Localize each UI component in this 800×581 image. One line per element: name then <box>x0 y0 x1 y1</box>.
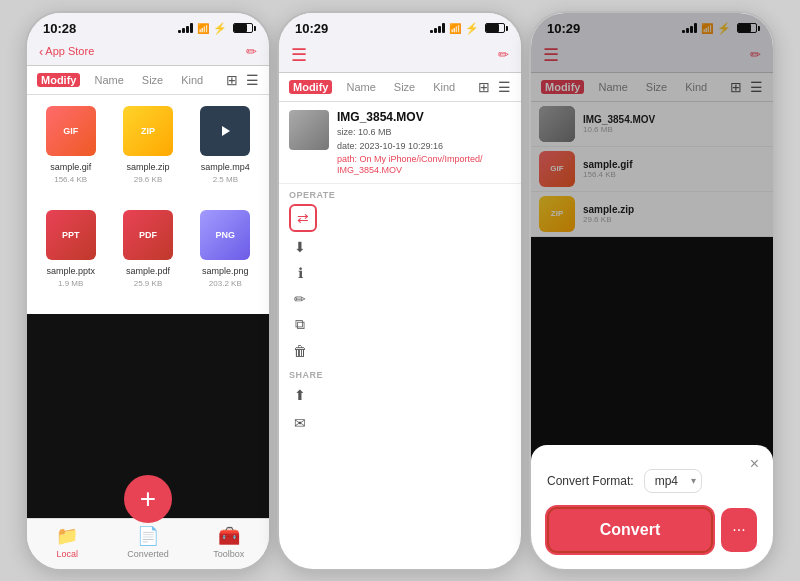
file-size-mp4: 2.5 MB <box>213 175 238 184</box>
edit-icon-2[interactable]: ✏ <box>498 47 509 62</box>
operate-section: OPERATE ⇄ ⬇ ℹ ✏ <box>279 184 521 366</box>
file-size-pdf: 25.9 KB <box>134 279 162 288</box>
flash-icon-2: ⚡ <box>465 22 479 35</box>
mp4-file-icon <box>200 106 250 156</box>
op-row-download: ⬇ <box>289 236 511 258</box>
toolbar-2: Modify Name Size Kind ⊞ ☰ <box>279 73 521 102</box>
more-dots-icon: ··· <box>732 521 745 539</box>
signal-icon-2 <box>430 23 445 33</box>
converted-tab-label: Converted <box>127 549 169 559</box>
nav-back-label: App Store <box>45 45 94 57</box>
file-item-png[interactable]: PNG sample.png 203.2 KB <box>190 207 261 306</box>
tab-size-1[interactable]: Size <box>138 73 167 87</box>
convert-icon[interactable]: ⇄ <box>289 204 317 232</box>
time-2: 10:29 <box>295 21 328 36</box>
grid-view-icon[interactable]: ⊞ <box>226 72 238 88</box>
convert-button[interactable]: Convert <box>547 507 713 553</box>
tab-kind-1[interactable]: Kind <box>177 73 207 87</box>
back-button-1[interactable]: ‹ App Store <box>39 44 94 59</box>
plus-icon-1: + <box>140 483 156 515</box>
convert-more-button[interactable]: ··· <box>721 508 757 552</box>
format-select[interactable]: mp4 mov avi mkv <box>644 469 702 493</box>
tab-size-2[interactable]: Size <box>390 80 419 94</box>
wifi-icon-2: 📶 <box>449 23 461 34</box>
ops-icon-list: ⇄ ⬇ ℹ ✏ ⧉ 🗑 <box>289 204 511 362</box>
toolbox-tab-icon: 🧰 <box>218 525 240 547</box>
phone-screen-2: 10:29 📶 ⚡ ☰ ✏ Modify Name <box>277 11 523 571</box>
file-item-zip[interactable]: ZIP sample.zip 29.6 KB <box>112 103 183 202</box>
file-detail-path2: IMG_3854.MOV <box>337 165 511 175</box>
file-name-zip: sample.zip <box>126 162 169 172</box>
format-label: Convert Format: <box>547 474 634 488</box>
file-item-pptx[interactable]: PPT sample.pptx 1.9 MB <box>35 207 106 306</box>
battery-2 <box>485 23 505 33</box>
plus-button-container-1: + <box>126 477 170 521</box>
file-name-pptx: sample.pptx <box>46 266 95 276</box>
signal-icon <box>178 23 193 33</box>
file-size-gif: 156.4 KB <box>54 175 87 184</box>
file-name-png: sample.png <box>202 266 249 276</box>
tab-modify-1[interactable]: Modify <box>37 73 80 87</box>
file-item-gif[interactable]: GIF sample.gif 156.4 KB <box>35 103 106 202</box>
toolbar-tabs-2: Modify Name Size Kind <box>289 80 466 94</box>
battery <box>233 23 253 33</box>
local-tab-label: Local <box>57 549 79 559</box>
toolbar-1: Modify Name Size Kind ⊞ ☰ <box>27 66 269 95</box>
toolbar-icons-1: ⊞ ☰ <box>226 72 259 88</box>
op-row-delete: 🗑 <box>289 340 511 362</box>
nav-bar-1: ‹ App Store ✏ <box>27 40 269 66</box>
convert-modal-overlay: × Convert Format: mp4 mov avi mkv ▾ C <box>531 13 773 569</box>
status-bar-2: 10:29 📶 ⚡ <box>279 13 521 40</box>
toolbar-tabs-1: Modify Name Size Kind <box>37 73 214 87</box>
png-file-icon: PNG <box>200 210 250 260</box>
convert-symbol: ⇄ <box>297 210 309 226</box>
file-grid-1: GIF sample.gif 156.4 KB ZIP sample.zip 2… <box>27 95 269 315</box>
tab-name-1[interactable]: Name <box>90 73 127 87</box>
toolbar-icons-2: ⊞ ☰ <box>478 79 511 95</box>
menu-icon-2[interactable]: ☰ <box>498 79 511 95</box>
file-detail-name: IMG_3854.MOV <box>337 110 511 124</box>
wifi-icon: 📶 <box>197 23 209 34</box>
file-detail-panel: IMG_3854.MOV size: 10.6 MB date: 2023-10… <box>279 102 521 184</box>
mail-icon[interactable]: ✉ <box>289 412 311 434</box>
tab-toolbox-1[interactable]: 🧰 Toolbox <box>188 525 269 559</box>
add-file-button-1[interactable]: + <box>126 477 170 521</box>
file-thumbnail <box>289 110 329 150</box>
download-icon[interactable]: ⬇ <box>289 236 311 258</box>
file-detail-path: path: On My iPhone/iConv/Imported/ <box>337 154 511 164</box>
file-name-pdf: sample.pdf <box>126 266 170 276</box>
op-row-crop: ⧉ <box>289 314 511 336</box>
file-size-zip: 29.6 KB <box>134 175 162 184</box>
menu-icon[interactable]: ☰ <box>246 72 259 88</box>
status-icons-2: 📶 ⚡ <box>430 22 505 35</box>
zip-file-icon: ZIP <box>123 106 173 156</box>
file-name-gif: sample.gif <box>50 162 91 172</box>
hamburger-icon-2[interactable]: ☰ <box>291 44 307 66</box>
grid-view-icon-2[interactable]: ⊞ <box>478 79 490 95</box>
edit-op-icon[interactable]: ✏ <box>289 288 311 310</box>
convert-btn-row: Convert ··· <box>547 507 757 553</box>
crop-icon[interactable]: ⧉ <box>289 314 311 336</box>
file-detail-size: size: 10.6 MB <box>337 126 511 139</box>
tab-name-2[interactable]: Name <box>342 80 379 94</box>
file-item-mp4[interactable]: sample.mp4 2.5 MB <box>190 103 261 202</box>
tab-converted-1[interactable]: 📄 Converted <box>108 525 189 559</box>
file-item-pdf[interactable]: PDF sample.pdf 25.9 KB <box>112 207 183 306</box>
info-icon[interactable]: ℹ <box>289 262 311 284</box>
time-1: 10:28 <box>43 21 76 36</box>
pptx-file-icon: PPT <box>46 210 96 260</box>
share-icon-list: ⬆ ✉ <box>289 384 511 434</box>
bottom-tabs-1: 📁 Local 📄 Converted 🧰 Toolbox <box>27 518 269 569</box>
delete-icon[interactable]: 🗑 <box>289 340 311 362</box>
phone-screen-1: 10:28 📶 ⚡ ‹ App Store ✏ <box>25 11 271 571</box>
tab-kind-2[interactable]: Kind <box>429 80 459 94</box>
toolbox-tab-label: Toolbox <box>213 549 244 559</box>
battery-icon: ⚡ <box>213 22 227 35</box>
share-icon[interactable]: ⬆ <box>289 384 311 406</box>
tab-local-1[interactable]: 📁 Local <box>27 525 108 559</box>
edit-icon-1[interactable]: ✏ <box>246 44 257 59</box>
share-label: SHARE <box>289 370 511 380</box>
converted-tab-icon: 📄 <box>137 525 159 547</box>
tab-modify-2[interactable]: Modify <box>289 80 332 94</box>
modal-close-button[interactable]: × <box>750 455 759 473</box>
